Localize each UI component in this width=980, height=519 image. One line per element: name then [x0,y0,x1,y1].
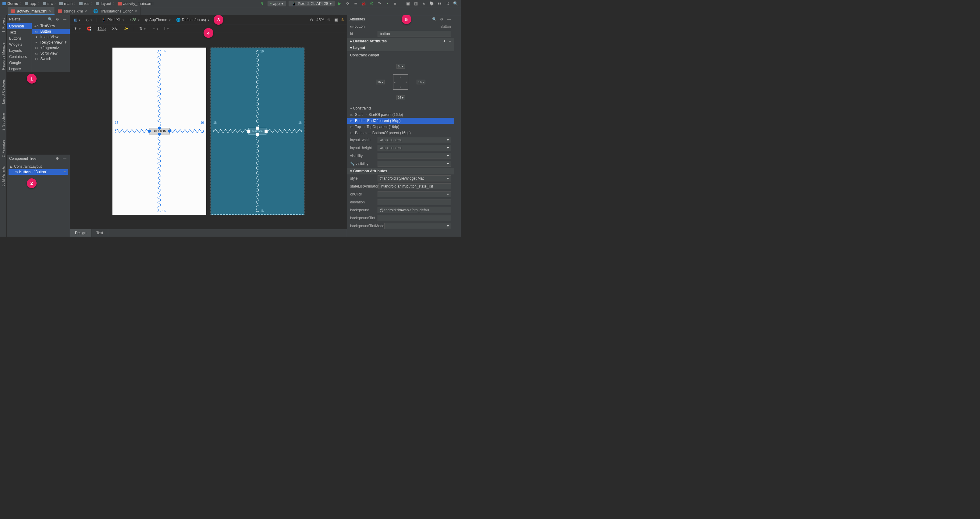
guidelines-icon[interactable]: Ⅰ [163,26,170,31]
blueprint-button[interactable]: BUTTON [248,128,266,134]
style-select[interactable]: @android:style/Widget.Mat▾ [377,175,451,181]
design-canvas[interactable]: 4 16 16 16 16 BUTTON [70,33,347,229]
avd-icon[interactable]: ▣ [405,1,411,6]
run-icon[interactable]: ▶ [337,1,342,6]
tab-translations[interactable]: 🌐Translations Editor× [90,7,140,15]
tree-root[interactable]: ⊾ConstraintLayout [8,164,68,169]
layout-inspector-icon[interactable]: ◈ [421,1,426,6]
tree-child-button[interactable]: ▭ button- "Button" ⚠ [8,169,68,175]
backgroundtintmode-select[interactable]: ▾ [384,223,451,229]
add-icon[interactable]: + [443,39,445,43]
palette-cat-legacy[interactable]: Legacy [7,66,32,72]
device-selector[interactable]: 📱Pixel 2 XL API 28▾ [289,1,334,6]
close-icon[interactable]: × [49,9,51,13]
handle-w[interactable] [247,129,250,133]
design-surface[interactable]: 16 16 16 16 BUTTON [113,48,206,215]
theme-picker[interactable]: ◎ AppTheme [144,17,172,22]
layout-width-select[interactable]: wrap_content▾ [377,137,451,143]
clear-constraints-icon[interactable]: ✕↯ [111,26,119,31]
warning-icon[interactable]: ⚠ [341,18,344,22]
palette-item-recyclerview[interactable]: ≡RecyclerView⬇ [32,40,70,45]
palette-cat-common[interactable]: Common [7,23,32,29]
section-common[interactable]: ▾ Common Attributes [347,168,454,174]
sdk-icon[interactable]: ▥ [413,1,419,6]
statelistanimator-input[interactable] [379,183,451,189]
palette-item-textview[interactable]: AbTextView [32,23,70,29]
blueprint-surface[interactable]: 16 16 16 16 BUTTON [210,48,304,215]
search-icon[interactable]: 🔍 [431,16,437,22]
handle-e[interactable] [168,129,171,133]
section-layout[interactable]: ▾ Layout [347,45,454,51]
gear-icon[interactable]: ⚙ [54,156,60,161]
handle-e[interactable] [265,129,268,133]
minimize-icon[interactable]: — [446,16,452,22]
cw-right[interactable]: 16▾ [417,80,425,85]
android-icon[interactable]: ▪ [385,1,390,6]
search-icon[interactable]: 🔍 [47,16,53,22]
remove-icon[interactable]: − [449,39,451,43]
palette-item-button[interactable]: ▭Button [32,29,70,34]
btab-design[interactable]: Design [70,229,91,236]
palette-cat-google[interactable]: Google [7,60,32,66]
constraint-top[interactable]: ⊾Top → TopOf parent (16dp) [347,124,454,130]
align-icon[interactable]: ⊫ [151,26,159,31]
handle-n[interactable] [158,126,161,129]
layout-height-select[interactable]: wrap_content▾ [377,145,451,151]
magnet-icon[interactable]: 🧲 [86,26,93,31]
apply-changes-icon[interactable]: ⟳ [345,1,350,6]
cw-top[interactable]: 16▾ [396,64,405,69]
btab-text[interactable]: Text [91,229,108,236]
profile-icon[interactable]: ⏱ [369,1,374,6]
crumb[interactable]: res [79,1,89,6]
constraints-title[interactable]: ▾ Constraints [347,105,454,112]
tools-visibility-select[interactable]: ▾ [377,161,451,167]
tab-activity-main[interactable]: activity_main.xml× [8,7,55,15]
rail-layout-captures[interactable]: Layout Captures [2,79,5,104]
stop-button-icon[interactable]: ■ [393,1,398,6]
rail-build-variants[interactable]: Build Variants [2,166,5,187]
design-surface-toggle[interactable]: ◧ [73,17,82,22]
cw-left[interactable]: 16▾ [376,80,385,85]
debug-icon[interactable]: 🐞 [361,1,366,6]
crumb[interactable]: app [25,1,36,6]
locale-picker[interactable]: 🌐 Default (en-us) [175,17,210,22]
palette-item-switch[interactable]: ⊘Switch [32,56,70,62]
rail-favorites[interactable]: 2: Favorites [2,140,5,157]
tab-strings[interactable]: strings.xml× [55,7,91,15]
cw-bottom[interactable]: 16▾ [396,96,405,100]
section-declared[interactable]: ▸ Declared Attributes+ − [347,38,454,45]
crumb[interactable]: layout [96,1,111,6]
palette-item-scrollview[interactable]: ▭ScrollView [32,51,70,56]
onclick-select[interactable]: ▾ [377,191,451,197]
rail-resource-manager[interactable]: Resource Manager [2,42,5,70]
structure-icon[interactable]: ☷ [437,1,442,6]
search-everywhere-icon[interactable]: 🔍 [453,1,458,6]
close-icon[interactable]: × [85,9,87,13]
palette-cat-widgets[interactable]: Widgets [7,42,32,48]
zoom-out-icon[interactable]: ⊖ [309,17,315,22]
gear-icon[interactable]: ⚙ [54,16,60,22]
palette-item-imageview[interactable]: ▲ImageView [32,34,70,40]
crumb[interactable]: main [59,1,73,6]
handle-n[interactable] [256,126,259,129]
module-selector[interactable]: ▪app▾ [267,1,286,6]
crumb[interactable]: src [43,1,53,6]
attach-icon[interactable]: ↷ [377,1,382,6]
rail-project[interactable]: 1: Project [2,18,5,32]
constraint-start[interactable]: ⊾Start → StartOf parent (16dp) [347,112,454,118]
view-options-icon[interactable]: 👁 [73,26,82,31]
pack-icon[interactable]: ⇅ [138,26,147,31]
minimize-icon[interactable]: — [62,156,67,161]
constraint-end[interactable]: ⊾End → EndOf parent (16dp) [347,118,454,124]
background-input[interactable] [377,207,451,213]
id-input[interactable] [377,31,451,37]
constraint-widget[interactable]: » » » « 16▾ 16▾ 16▾ 16▾ [347,59,454,105]
palette-item-fragment[interactable]: <><fragment> [32,45,70,51]
zoom-fit-icon[interactable]: ▣ [333,17,339,22]
crumb-root[interactable]: Demo [2,1,18,6]
palette-cat-text[interactable]: Text [7,29,32,35]
zoom-in-icon[interactable]: ⊕ [326,17,331,22]
handle-w[interactable] [148,129,151,133]
infer-constraints-icon[interactable]: ✨ [123,26,130,31]
visibility-select[interactable]: ▾ [377,153,451,159]
